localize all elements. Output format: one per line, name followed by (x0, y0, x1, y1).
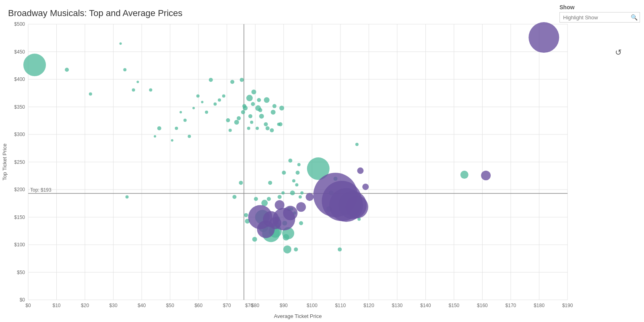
svg-text:$10: $10 (53, 303, 61, 308)
svg-point-141 (283, 246, 291, 254)
svg-point-138 (282, 171, 286, 175)
svg-text:$140: $140 (420, 303, 431, 308)
svg-point-164 (460, 171, 469, 179)
svg-point-144 (288, 159, 292, 163)
svg-point-115 (257, 98, 261, 102)
svg-point-173 (305, 193, 314, 201)
svg-point-102 (243, 106, 248, 111)
svg-point-81 (180, 111, 182, 114)
svg-text:$120: $120 (363, 303, 374, 308)
svg-text:$170: $170 (506, 303, 516, 308)
svg-point-80 (175, 127, 178, 130)
svg-text:$100: $100 (307, 303, 318, 308)
svg-text:$200: $200 (14, 187, 25, 192)
svg-point-77 (154, 135, 156, 138)
svg-point-116 (258, 108, 262, 112)
svg-point-108 (250, 121, 253, 124)
svg-point-154 (299, 221, 303, 225)
svg-point-147 (292, 179, 295, 182)
svg-point-124 (267, 197, 271, 201)
svg-point-153 (299, 195, 302, 198)
svg-text:$76: $76 (245, 303, 253, 308)
svg-text:$0: $0 (20, 297, 25, 303)
svg-point-98 (239, 181, 243, 185)
svg-point-100 (241, 110, 245, 114)
svg-text:Top Ticket Price: Top Ticket Price (2, 144, 8, 181)
svg-point-113 (256, 127, 259, 130)
svg-point-90 (218, 99, 221, 102)
svg-point-146 (290, 190, 295, 195)
svg-point-128 (271, 110, 276, 115)
svg-point-137 (281, 191, 285, 194)
svg-text:$50: $50 (17, 270, 25, 275)
svg-point-152 (297, 163, 301, 166)
svg-point-70 (89, 93, 92, 96)
svg-text:$250: $250 (14, 159, 25, 165)
svg-point-150 (295, 183, 298, 186)
svg-point-91 (222, 95, 225, 98)
svg-text:$500: $500 (14, 21, 25, 27)
svg-point-123 (266, 126, 270, 130)
svg-point-99 (240, 78, 244, 82)
svg-text:$100: $100 (14, 242, 25, 248)
svg-point-179 (357, 167, 363, 174)
svg-point-79 (171, 139, 173, 142)
svg-point-72 (123, 68, 126, 71)
svg-text:$150: $150 (14, 215, 25, 220)
svg-point-155 (300, 191, 303, 194)
svg-point-109 (251, 102, 255, 106)
svg-text:$350: $350 (14, 104, 25, 110)
svg-text:$400: $400 (14, 76, 25, 82)
svg-point-68 (23, 54, 46, 76)
svg-point-71 (120, 42, 122, 45)
svg-point-93 (229, 129, 232, 132)
svg-point-87 (205, 111, 208, 114)
svg-point-88 (209, 78, 213, 82)
svg-text:Top: $193: Top: $193 (30, 187, 52, 193)
svg-point-134 (278, 195, 282, 199)
svg-point-105 (247, 127, 250, 130)
svg-text:$20: $20 (81, 303, 89, 308)
svg-point-73 (126, 195, 129, 198)
svg-point-122 (264, 97, 270, 103)
svg-text:$300: $300 (14, 132, 25, 137)
svg-point-172 (296, 202, 306, 212)
svg-text:$50: $50 (166, 303, 174, 308)
svg-point-160 (338, 248, 342, 252)
svg-point-96 (234, 120, 239, 125)
svg-point-180 (362, 184, 369, 190)
svg-point-181 (481, 171, 491, 180)
svg-point-107 (248, 114, 252, 118)
svg-text:Average Ticket Price: Average Ticket Price (274, 313, 322, 319)
svg-point-103 (244, 213, 248, 217)
svg-text:$190: $190 (562, 303, 573, 308)
svg-point-75 (136, 80, 139, 83)
svg-text:$450: $450 (14, 49, 25, 55)
svg-point-111 (252, 237, 257, 242)
svg-point-171 (283, 206, 297, 220)
svg-text:$110: $110 (335, 303, 346, 308)
svg-point-125 (268, 181, 272, 185)
svg-text:$180: $180 (534, 303, 545, 308)
svg-point-95 (233, 195, 237, 199)
svg-point-83 (188, 135, 191, 138)
chart-container: Broadway Musicals: Top and Average Price… (0, 0, 644, 322)
svg-text:$40: $40 (138, 303, 146, 308)
svg-point-151 (295, 171, 299, 175)
svg-text:$130: $130 (392, 303, 402, 308)
svg-point-112 (254, 197, 258, 201)
svg-text:$60: $60 (194, 303, 202, 308)
svg-text:$30: $30 (109, 303, 118, 308)
svg-point-127 (270, 128, 274, 132)
svg-point-117 (259, 114, 264, 119)
svg-point-74 (132, 88, 135, 91)
svg-point-82 (184, 119, 187, 122)
svg-point-76 (149, 88, 152, 91)
svg-point-182 (528, 22, 559, 53)
svg-point-110 (252, 89, 256, 94)
svg-point-85 (196, 95, 200, 98)
svg-point-121 (264, 122, 268, 126)
svg-text:$160: $160 (477, 303, 488, 308)
svg-point-135 (279, 122, 283, 126)
svg-point-89 (213, 103, 217, 106)
